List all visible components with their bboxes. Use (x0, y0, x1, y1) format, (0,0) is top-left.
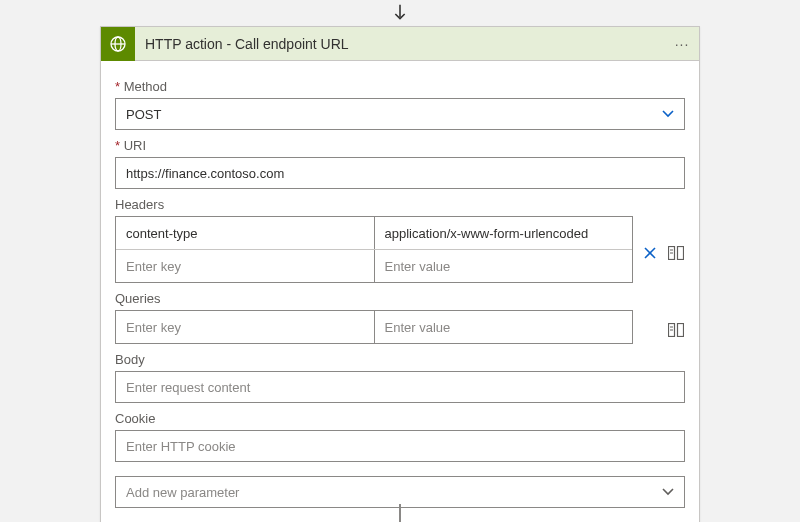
remove-header-row-icon[interactable] (641, 244, 659, 262)
chevron-down-icon (660, 484, 676, 500)
method-label: * Method (115, 79, 685, 94)
headers-label: Headers (115, 197, 685, 212)
toggle-text-mode-icon[interactable] (667, 244, 685, 262)
uri-input[interactable] (115, 157, 685, 189)
method-value: POST (126, 107, 660, 122)
table-row (116, 249, 632, 282)
add-parameter-label: Add new parameter (126, 485, 660, 500)
uri-label: * URI (115, 138, 685, 153)
svg-rect-11 (678, 324, 684, 337)
header-key-input[interactable] (116, 217, 374, 249)
header-value-input[interactable] (375, 217, 633, 249)
connector-arrow-in (393, 0, 407, 26)
cookie-input[interactable] (115, 430, 685, 462)
query-key-input[interactable] (116, 311, 374, 343)
chevron-down-icon (660, 106, 676, 122)
header-value-input[interactable] (375, 250, 633, 282)
headers-table (115, 216, 633, 283)
table-row (116, 217, 632, 249)
table-row (116, 311, 632, 343)
card-title: HTTP action - Call endpoint URL (135, 36, 665, 52)
cookie-label: Cookie (115, 411, 685, 426)
card-header: HTTP action - Call endpoint URL ··· (101, 27, 699, 61)
http-action-card: HTTP action - Call endpoint URL ··· * Me… (100, 26, 700, 522)
http-icon (101, 27, 135, 61)
card-overflow-menu[interactable]: ··· (665, 27, 699, 61)
queries-label: Queries (115, 291, 685, 306)
body-label: Body (115, 352, 685, 367)
query-value-input[interactable] (375, 311, 633, 343)
method-select[interactable]: POST (115, 98, 685, 130)
header-key-input[interactable] (116, 250, 374, 282)
connector-line-out (399, 504, 401, 522)
toggle-text-mode-icon[interactable] (667, 321, 685, 339)
card-body: * Method POST * URI Headers (101, 61, 699, 522)
queries-table (115, 310, 633, 344)
svg-rect-7 (678, 246, 684, 259)
body-input[interactable] (115, 371, 685, 403)
